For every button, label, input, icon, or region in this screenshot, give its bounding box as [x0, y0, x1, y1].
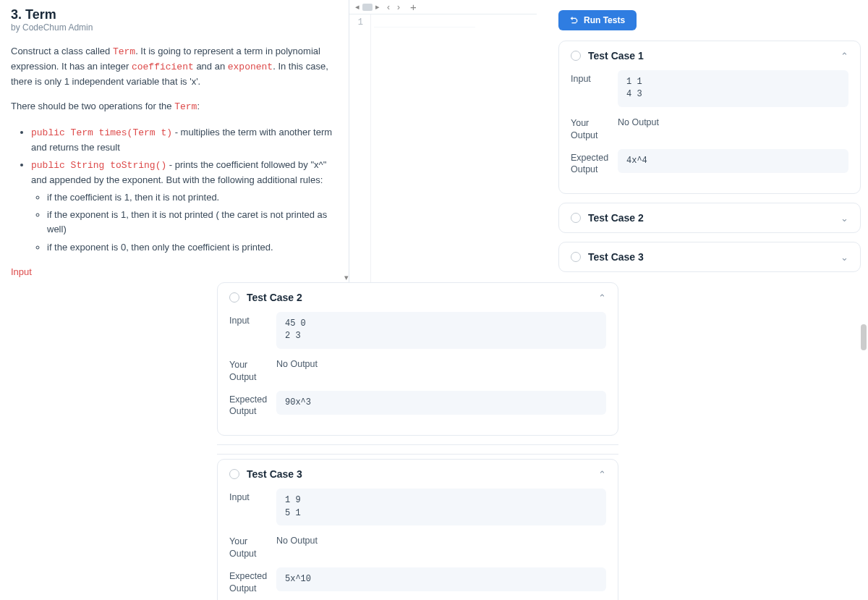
chevron-up-icon: ⌃: [598, 469, 606, 480]
problem-name: Term: [25, 7, 56, 22]
test-case-3-header[interactable]: Test Case 3 ⌄: [559, 242, 860, 271]
input-label: Input: [229, 489, 276, 504]
page-scrollbar[interactable]: [861, 282, 867, 600]
status-circle-icon: [229, 292, 239, 303]
expected-output-label: ExpectedOutput: [571, 149, 618, 177]
tab-scroller[interactable]: ◂ ▸: [355, 2, 380, 12]
status-circle-icon: [571, 213, 581, 223]
test-case-title: Test Case 2: [247, 292, 591, 303]
line-number: 1: [352, 17, 363, 28]
scrollbar-thumb[interactable]: [861, 324, 867, 350]
operation-item: public String toString() - prints the co…: [31, 158, 338, 255]
test-case-1-header[interactable]: Test Case 1 ⌃: [559, 41, 860, 70]
problem-number: 3.: [11, 7, 22, 22]
your-output-value: No Output: [276, 356, 606, 369]
expected-output-value: 5x^10: [276, 567, 606, 591]
run-tests-label: Run Tests: [584, 15, 625, 25]
test-case-2-expanded: Test Case 2 ⌃ Input 45 0 2 3 YourOutput …: [217, 282, 618, 436]
play-icon: ⮌: [570, 16, 578, 25]
code-term: Term: [113, 46, 135, 57]
your-output-label: YourOutput: [229, 356, 276, 384]
your-output-label: YourOutput: [229, 533, 276, 560]
test-case-2-header[interactable]: Test Case 2 ⌄: [559, 203, 860, 232]
expected-output-value: 90x^3: [276, 391, 606, 415]
editor-gutter: 1: [349, 14, 371, 282]
your-output-label: YourOutput: [571, 114, 618, 142]
status-circle-icon: [571, 252, 581, 262]
test-input: 1 1 4 3: [618, 70, 848, 107]
test-case-2-card: Test Case 2 ⌄: [558, 203, 861, 233]
input-heading: Input: [11, 265, 338, 279]
chevron-up-icon: ⌃: [598, 292, 606, 303]
test-case-1-card: Test Case 1 ⌃ Input 1 1 4 3 YourOutput N…: [558, 41, 861, 194]
add-tab-button[interactable]: +: [410, 1, 417, 13]
test-case-3-card: Test Case 3 ⌄: [558, 242, 861, 272]
test-input: 45 0 2 3: [276, 312, 606, 349]
chevron-down-icon: ⌄: [841, 213, 848, 224]
code-method-tostring: public String toString(): [31, 160, 166, 171]
editor-tabs-bar: ◂ ▸ ‹ › +: [349, 0, 537, 14]
editor-body[interactable]: 1: [349, 14, 537, 282]
test-case-title: Test Case 2: [588, 212, 833, 224]
your-output-value: No Output: [276, 533, 606, 546]
problem-panel: 3. Term by CodeChum Admin Construct a cl…: [0, 0, 349, 282]
input-label: Input: [571, 70, 618, 85]
test-case-title: Test Case 3: [247, 468, 591, 480]
test-case-2-header[interactable]: Test Case 2 ⌃: [218, 283, 618, 312]
overflow-test-cards: Test Case 2 ⌃ Input 45 0 2 3 YourOutput …: [217, 282, 618, 600]
code-term: Term: [174, 101, 197, 112]
status-circle-icon: [229, 469, 239, 479]
editor-textarea[interactable]: [371, 14, 537, 282]
operation-item: public Term times(Term t) - multiplies t…: [31, 125, 338, 155]
run-tests-button[interactable]: ⮌ Run Tests: [558, 10, 637, 30]
problem-body: Construct a class called Term. It is goi…: [11, 44, 338, 282]
editor-panel: ◂ ▸ ‹ › + 1: [349, 0, 537, 282]
rule-item: if the exponent is 0, then only the coef…: [47, 240, 338, 255]
expected-output-label: ExpectedOutput: [229, 391, 276, 418]
your-output-value: No Output: [618, 114, 848, 127]
input-label: Input: [229, 312, 276, 327]
rule-item: if the coefficient is 1, then it is not …: [47, 190, 338, 205]
status-circle-icon: [571, 51, 581, 61]
test-case-3-expanded: Test Case 3 ⌃ Input 1 9 5 1 YourOutput N…: [217, 459, 618, 600]
expected-output-label: ExpectedOutput: [229, 567, 276, 595]
code-exponent: exponent: [228, 62, 273, 72]
chevron-up-icon: ⌃: [841, 51, 848, 62]
problem-title: 3. Term: [11, 7, 338, 22]
test-input: 1 9 5 1: [276, 489, 606, 525]
tests-panel: Custom Input Output Test Cases ⮌ Run Tes…: [537, 0, 868, 282]
problem-author: by CodeChum Admin: [11, 22, 338, 33]
chevron-right-icon[interactable]: ›: [397, 2, 400, 12]
rule-item: if the exponent is 1, then it is not pri…: [47, 208, 338, 237]
code-coefficient: coefficient: [132, 62, 194, 72]
test-case-3-header[interactable]: Test Case 3 ⌃: [218, 460, 618, 489]
test-case-title: Test Case 1: [588, 50, 833, 62]
expected-output-value: 4x^4: [618, 149, 848, 173]
test-case-title: Test Case 3: [588, 251, 833, 263]
chevron-left-icon[interactable]: ‹: [387, 2, 390, 12]
code-method-times: public Term times(Term t): [31, 127, 172, 138]
chevron-down-icon: ⌄: [841, 252, 848, 263]
